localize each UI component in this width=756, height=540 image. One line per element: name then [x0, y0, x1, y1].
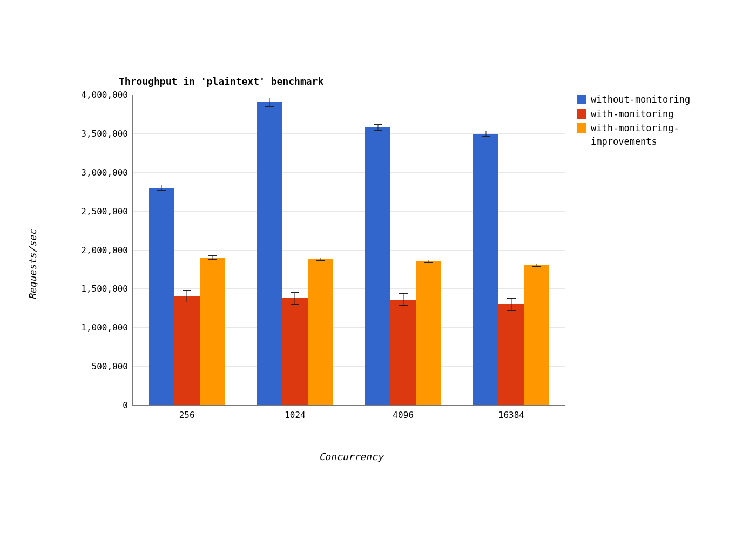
legend-label: without-monitoring [591, 93, 690, 106]
error-bar [265, 98, 274, 107]
legend-label: with-monitoring-improvements [591, 122, 679, 148]
error-bar [291, 292, 299, 305]
bar-without-monitoring [473, 134, 498, 405]
gridline [133, 288, 565, 289]
bar-with-monitoring [390, 300, 416, 406]
error-bar [208, 255, 217, 260]
y-tick-label: 0 [52, 400, 128, 410]
x-tick-label: 256 [179, 410, 195, 420]
bar-without-monitoring [365, 127, 390, 405]
y-axis-label: Requests/sec [27, 230, 38, 300]
chart-title: Throughput in 'plaintext' benchmark [119, 76, 323, 87]
legend-item: with-monitoring [577, 107, 690, 121]
gridline [133, 172, 565, 173]
gridline [133, 133, 565, 134]
bar-with-monitoring-improvements [308, 259, 333, 405]
y-tick-label: 2,500,000 [52, 206, 128, 216]
bar-without-monitoring [149, 188, 174, 406]
error-bar [183, 290, 191, 302]
y-tick-label: 1,500,000 [52, 284, 128, 294]
x-tick-label: 1024 [285, 410, 306, 420]
bar-with-monitoring [174, 296, 200, 405]
gridline [133, 250, 565, 251]
gridline [133, 211, 565, 212]
legend-item: without-monitoring [577, 93, 690, 106]
bar-with-monitoring-improvements [200, 258, 225, 405]
legend-swatch [577, 123, 586, 133]
error-bar [507, 298, 516, 310]
gridline [133, 94, 565, 95]
error-bar [157, 185, 166, 191]
error-bar [424, 260, 433, 263]
bar-with-monitoring-improvements [524, 265, 549, 405]
y-tick-label: 3,000,000 [52, 167, 128, 177]
x-tick-label: 16384 [498, 410, 524, 420]
y-tick-label: 2,000,000 [52, 245, 128, 255]
error-bar [482, 131, 490, 137]
plot-area: 0500,0001,000,0001,500,0002,000,0002,500… [132, 94, 565, 406]
y-tick-label: 500,000 [52, 361, 128, 372]
bar-with-monitoring-improvements [416, 261, 441, 405]
bar-without-monitoring [257, 102, 282, 405]
x-axis-label: Concurrency [319, 451, 383, 462]
legend-swatch [577, 94, 586, 104]
legend-item: with-monitoring-improvements [577, 122, 690, 148]
y-tick-label: 4,000,000 [52, 90, 128, 100]
legend-label: with-monitoring [591, 107, 674, 121]
error-bar [374, 124, 382, 131]
legend: without-monitoringwith-monitoringwith-mo… [577, 93, 690, 150]
chart-stage: Requests/sec Concurrency Throughput in '… [0, 0, 756, 540]
error-bar [399, 293, 408, 306]
bar-with-monitoring [282, 298, 308, 405]
y-tick-label: 1,000,000 [52, 322, 128, 333]
x-tick-label: 4096 [393, 410, 414, 420]
bar-with-monitoring [498, 304, 524, 405]
error-bar [316, 258, 325, 261]
error-bar [532, 264, 541, 267]
y-tick-label: 3,500,000 [52, 128, 128, 138]
legend-swatch [577, 109, 586, 119]
